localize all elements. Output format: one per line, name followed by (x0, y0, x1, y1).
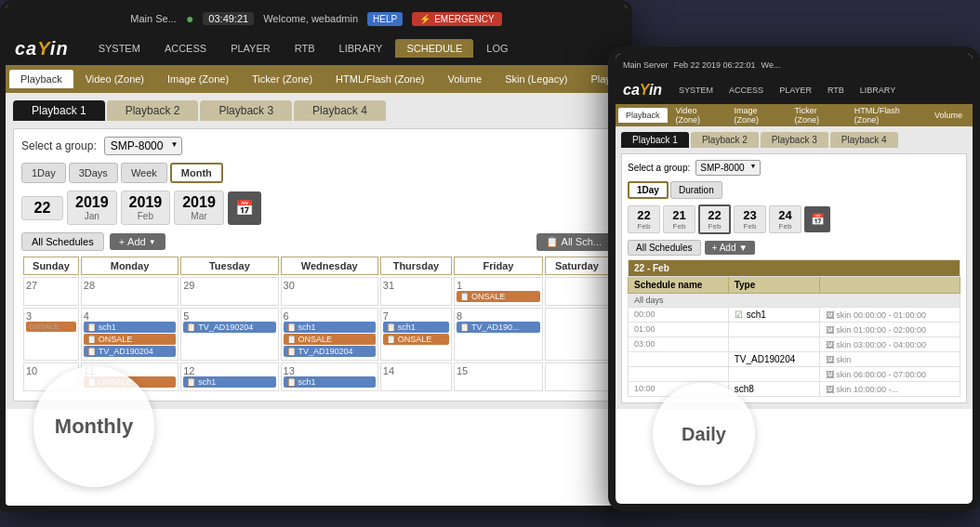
tablet-tab-4[interactable]: Playback 4 (830, 132, 898, 148)
list-item[interactable]: 📋sch1 (284, 322, 376, 333)
sub-skin[interactable]: Skin (Legacy) (494, 70, 578, 88)
nav-rtb[interactable]: RTB (284, 39, 326, 58)
table-row: All days (629, 294, 960, 308)
laptop: Main Se... ● 03:49:21 Welcome, webadmin … (0, 0, 632, 511)
tablet-main-nav: SYSTEM ACCESS PLAYER RTB LIBRARY (671, 83, 903, 98)
tab-playback-1[interactable]: Playback 1 (13, 100, 105, 121)
scene: Main Se... ● 03:49:21 Welcome, webadmin … (0, 0, 980, 527)
tablet-content: Playback 1 Playback 2 Playback 3 Playbac… (616, 126, 973, 409)
group-label: Select a group: (21, 139, 97, 152)
emergency-button[interactable]: ⚡ EMERGENCY (412, 12, 501, 26)
date-picker-icon[interactable]: 📅 (228, 191, 261, 225)
tablet-date-box-22-current[interactable]: 22 Feb (698, 204, 731, 234)
add-button[interactable]: + Add ▼ (110, 233, 166, 250)
all-days-label: All days (629, 294, 960, 308)
tablet-tab-3[interactable]: Playback 3 (761, 132, 828, 148)
type-label: 🖼 skin (826, 325, 852, 335)
cal-cell: 15 (454, 362, 543, 391)
list-item[interactable]: 📋sch1 (284, 376, 376, 388)
tablet-nav-rtb[interactable]: RTB (820, 83, 852, 98)
schedule-name-label: sch1 (747, 310, 766, 320)
tab-playback-3[interactable]: Playback 3 (200, 100, 292, 121)
date-box-day: 22 (21, 196, 63, 220)
col-header-schedule-name: Schedule name (629, 277, 729, 294)
type-label: 🖼 skin (826, 355, 852, 364)
list-item[interactable]: 📋TV_AD190... (457, 322, 540, 333)
tablet-date-picker-icon[interactable]: 📅 (804, 206, 830, 232)
tablet-tab-1[interactable]: Playback 1 (621, 132, 689, 148)
list-item[interactable]: 📋TV_AD190204 (84, 346, 176, 357)
checkbox-icon[interactable]: ☑ (735, 310, 743, 320)
list-item[interactable]: 📋ONSALE (84, 334, 176, 345)
sub-video-zone[interactable]: Video (Zone) (74, 70, 155, 88)
list-item[interactable]: 📋sch1 (383, 322, 449, 333)
list-item[interactable]: 📋ONSALE (383, 334, 449, 345)
sub-volume[interactable]: Volume (436, 70, 493, 88)
list-item[interactable]: 📋sch1 (84, 322, 176, 333)
time-cell (629, 367, 729, 382)
list-item[interactable]: 📋ONSALE (457, 291, 540, 302)
table-row: 03:00 🖼 skin 03:00:00 - 04:00:00 (629, 337, 960, 352)
tablet-nav-player[interactable]: PLAYER (772, 83, 819, 98)
tablet-nav-access[interactable]: ACCESS (722, 83, 771, 98)
view-3days-button[interactable]: 3Days (69, 163, 118, 183)
tablet-logo-bar: caYin SYSTEM ACCESS PLAYER RTB LIBRARY (616, 76, 973, 104)
nav-schedule[interactable]: SCHEDULE (395, 39, 473, 58)
tablet-sub-video[interactable]: Video (Zone) (669, 103, 726, 127)
view-1day-button[interactable]: 1Day (21, 163, 66, 183)
nav-access[interactable]: ACCESS (153, 39, 218, 58)
cal-cell: 29 (180, 277, 278, 306)
tablet-nav-library[interactable]: LIBRARY (853, 83, 903, 98)
tablet-view-1day-button[interactable]: 1Day (628, 181, 669, 199)
schedule-name-cell (728, 337, 819, 352)
nav-player[interactable]: PLAYER (219, 39, 282, 58)
list-item[interactable]: 📋ONSALE (284, 334, 376, 345)
schedule-name-cell (728, 367, 819, 382)
group-dropdown[interactable]: SMP-8000 ▼ (104, 137, 183, 155)
schedule-table: 22 - Feb Schedule name Type All days (628, 259, 960, 397)
list-item[interactable]: 📋TV_AD190204 (284, 346, 376, 357)
laptop-logo-bar: caYin SYSTEM ACCESS PLAYER RTB LIBRARY S… (6, 32, 627, 65)
connection-dot: ● (186, 11, 193, 26)
tablet-calendar-icon: 📅 (811, 213, 825, 226)
help-button[interactable]: HELP (367, 12, 403, 26)
list-item[interactable]: ONSALE (26, 322, 76, 332)
server-label: Main Se... (130, 13, 177, 24)
sub-image-zone[interactable]: Image (Zone) (156, 70, 240, 88)
tablet-server-label: Main Server (623, 60, 669, 70)
tab-playback-4[interactable]: Playback 4 (294, 100, 386, 121)
tablet-view-duration-button[interactable]: Duration (670, 181, 722, 199)
list-item[interactable]: 📋TV_AD190204 (183, 322, 275, 333)
list-item[interactable]: 📋sch1 (183, 376, 275, 388)
type-label: 🖼 skin (826, 385, 852, 394)
daily-circle-label: Daily (653, 383, 755, 485)
view-week-button[interactable]: Week (121, 163, 167, 183)
nav-log[interactable]: LOG (475, 39, 519, 58)
group-select-row: Select a group: SMP-8000 ▼ (21, 137, 611, 155)
all-schedules-button[interactable]: All Schedules (21, 232, 104, 251)
tablet-tab-2[interactable]: Playback 2 (691, 132, 759, 148)
nav-system[interactable]: SYSTEM (87, 39, 152, 58)
view-month-button[interactable]: Month (170, 163, 223, 183)
tablet-group-dropdown[interactable]: SMP-8000 ▼ (695, 160, 760, 176)
sub-html-zone[interactable]: HTML/Flash (Zone) (324, 70, 435, 88)
tab-playback-2[interactable]: Playback 2 (107, 100, 199, 121)
tablet-sub-playback[interactable]: Playback (618, 108, 668, 123)
all-sch-right-button[interactable]: 📋 All Sch... (536, 233, 611, 251)
sub-playback[interactable]: Playback (9, 70, 73, 88)
tablet-sub-image[interactable]: Image (Zone) (727, 103, 787, 127)
nav-library[interactable]: LIBRARY (328, 39, 394, 58)
tablet-sub-ticker[interactable]: Ticker (Zone) (788, 103, 846, 127)
tablet-sub-html[interactable]: HTML/Flash (Zone) (847, 103, 926, 127)
sub-ticker-zone[interactable]: Ticker (Zone) (241, 70, 324, 88)
time-cell (629, 352, 729, 367)
table-row: TV_AD190204 🖼 skin (629, 352, 960, 367)
tablet-nav-system[interactable]: SYSTEM (671, 83, 721, 98)
content-inner: Select a group: SMP-8000 ▼ 1Day 3Days We… (13, 128, 619, 402)
tablet-add-button[interactable]: + Add ▼ (705, 241, 756, 255)
cal-cell: 30 (281, 277, 378, 306)
table-row: 3 ONSALE 4 📋sch1 📋ONSALE 📋TV_AD190204 (23, 308, 609, 361)
tablet-sub-volume[interactable]: Volume (927, 108, 970, 123)
laptop-screen: Main Se... ● 03:49:21 Welcome, webadmin … (6, 6, 627, 506)
tablet-all-schedules-button[interactable]: All Schedules (628, 240, 701, 256)
